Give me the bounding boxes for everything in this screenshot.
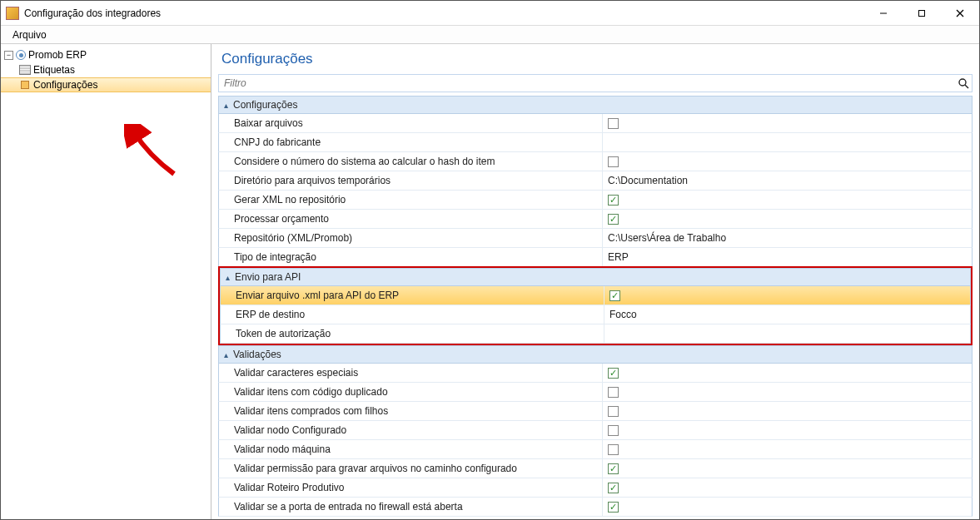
- property-label: Repositório (XML/Promob): [219, 229, 602, 247]
- checkbox[interactable]: ✓: [608, 483, 619, 493]
- property-value[interactable]: ✓: [602, 191, 972, 209]
- minimize-button[interactable]: [864, 1, 903, 26]
- property-row[interactable]: Validar nodo máquina✓: [218, 440, 973, 459]
- titlebar: Configuração dos integradores: [1, 1, 979, 26]
- property-value[interactable]: ✓: [602, 364, 972, 382]
- property-row[interactable]: Tipo de integraçãoERP: [218, 248, 973, 267]
- property-row[interactable]: Baixar arquivos✓: [218, 114, 973, 133]
- sidebar-item-configuracoes[interactable]: Configurações: [1, 77, 211, 92]
- property-row[interactable]: ERP de destinoFocco: [220, 305, 971, 324]
- property-row[interactable]: Validar itens com código duplicado✓: [218, 383, 973, 402]
- property-row[interactable]: Diretório para arquivos temporáriosC:\Do…: [218, 171, 973, 191]
- checkbox[interactable]: ✓: [608, 156, 619, 167]
- svg-rect-1: [919, 10, 925, 16]
- property-value-text: C:\Documentation: [608, 175, 688, 186]
- property-row[interactable]: Repositório (XML/Promob)C:\Users\Área de…: [218, 229, 973, 248]
- category-label: Configurações: [233, 99, 297, 111]
- property-row[interactable]: Considere o número do sistema ao calcula…: [218, 152, 973, 171]
- checkbox[interactable]: ✓: [608, 502, 619, 513]
- property-label: Validar itens comprados com filhos: [219, 402, 602, 420]
- property-row[interactable]: Validar itens comprados com filhos✓: [218, 402, 973, 421]
- property-value[interactable]: [602, 133, 972, 151]
- checkbox[interactable]: ✓: [608, 118, 619, 129]
- tree-root[interactable]: − Promob ERP: [1, 47, 211, 62]
- property-value[interactable]: ✓: [602, 440, 972, 458]
- sidebar: − Promob ERP Etiquetas Configurações: [1, 44, 211, 519]
- property-row[interactable]: Gerar XML no repositório✓: [218, 191, 973, 210]
- property-label: Validar se a porta de entrada no firewal…: [219, 498, 602, 516]
- property-value-text: ERP: [608, 251, 629, 263]
- sidebar-item-label: Configurações: [33, 79, 97, 91]
- property-value[interactable]: C:\Users\Área de Trabalho: [602, 229, 972, 247]
- grid-icon: [19, 65, 31, 75]
- filter-box: [218, 74, 973, 92]
- property-value[interactable]: C:\Documentation: [602, 171, 972, 190]
- window-title: Configuração dos integradores: [24, 7, 161, 19]
- property-row[interactable]: Validar se a porta de entrada no firewal…: [218, 498, 973, 517]
- checkbox[interactable]: ✓: [608, 387, 619, 398]
- gear-icon: [19, 79, 31, 91]
- property-label: Validar itens com código duplicado: [219, 383, 602, 401]
- category-label: Envio para API: [235, 271, 301, 283]
- property-value[interactable]: [604, 324, 970, 343]
- property-label: Gerar XML no repositório: [219, 191, 602, 209]
- property-value[interactable]: ERP: [602, 248, 972, 266]
- svg-line-5: [965, 85, 968, 88]
- maximize-button[interactable]: [903, 1, 941, 26]
- property-value[interactable]: ✓: [602, 498, 972, 516]
- property-value[interactable]: ✓: [602, 478, 972, 497]
- property-label: ERP de destino: [221, 305, 604, 324]
- category-header[interactable]: ▴Validações: [218, 345, 973, 364]
- property-value[interactable]: Focco: [604, 305, 970, 324]
- collapse-icon[interactable]: −: [4, 51, 13, 60]
- checkbox[interactable]: ✓: [608, 406, 619, 417]
- sidebar-item-etiquetas[interactable]: Etiquetas: [1, 62, 211, 77]
- chevron-up-icon: ▴: [226, 273, 230, 282]
- search-icon[interactable]: [955, 75, 972, 92]
- property-value-text: Focco: [609, 309, 637, 320]
- category-header[interactable]: ▴Envio para API: [220, 268, 971, 286]
- category-header[interactable]: ▴Configurações: [218, 96, 973, 114]
- property-label: CNPJ do fabricante: [219, 133, 602, 151]
- checkbox[interactable]: ✓: [608, 368, 619, 379]
- property-value[interactable]: ✓: [602, 459, 972, 478]
- property-row[interactable]: Validar permissão para gravar arquivos n…: [218, 459, 973, 478]
- property-row[interactable]: Processar orçamento✓: [218, 210, 973, 229]
- property-label: Validar Roteiro Produtivo: [219, 478, 602, 497]
- property-value[interactable]: ✓: [602, 114, 972, 132]
- main-panel: Configurações ▴ConfiguraçõesBaixar arqui…: [211, 44, 979, 519]
- filter-input[interactable]: [219, 77, 955, 89]
- checkbox[interactable]: ✓: [608, 444, 619, 455]
- property-value[interactable]: ✓: [604, 286, 970, 305]
- property-label: Baixar arquivos: [219, 114, 602, 132]
- property-label: Token de autorização: [221, 324, 604, 343]
- property-value[interactable]: ✓: [602, 402, 972, 420]
- checkbox[interactable]: ✓: [608, 214, 619, 225]
- property-label: Validar nodo Configurado: [219, 421, 602, 439]
- property-grid: ▴ConfiguraçõesBaixar arquivos✓CNPJ do fa…: [211, 96, 979, 519]
- property-row[interactable]: Validar nodo Configurado✓: [218, 421, 973, 440]
- property-row[interactable]: Enviar arquivo .xml para API do ERP✓: [220, 286, 971, 305]
- property-value[interactable]: ✓: [602, 210, 972, 228]
- property-label: Enviar arquivo .xml para API do ERP: [221, 286, 604, 305]
- property-row[interactable]: CNPJ do fabricante: [218, 133, 973, 152]
- property-row[interactable]: Validar caracteres especiais✓: [218, 364, 973, 383]
- checkbox[interactable]: ✓: [608, 425, 619, 436]
- checkbox[interactable]: ✓: [609, 290, 620, 301]
- property-label: Validar permissão para gravar arquivos n…: [219, 459, 602, 478]
- menubar: Arquivo: [1, 26, 979, 44]
- property-value[interactable]: ✓: [602, 421, 972, 439]
- property-value[interactable]: ✓: [602, 152, 972, 171]
- chevron-up-icon: ▴: [224, 101, 228, 110]
- property-row[interactable]: Validar Roteiro Produtivo✓: [218, 478, 973, 498]
- checkbox[interactable]: ✓: [608, 195, 619, 206]
- property-row[interactable]: Token de autorização: [220, 324, 971, 344]
- menu-arquivo[interactable]: Arquivo: [6, 27, 53, 42]
- page-title: Configurações: [211, 44, 979, 74]
- property-label: Processar orçamento: [219, 210, 602, 228]
- chevron-up-icon: ▴: [224, 350, 228, 359]
- property-value[interactable]: ✓: [602, 383, 972, 401]
- close-button[interactable]: [941, 1, 979, 26]
- app-icon: [6, 7, 19, 20]
- checkbox[interactable]: ✓: [608, 463, 619, 474]
